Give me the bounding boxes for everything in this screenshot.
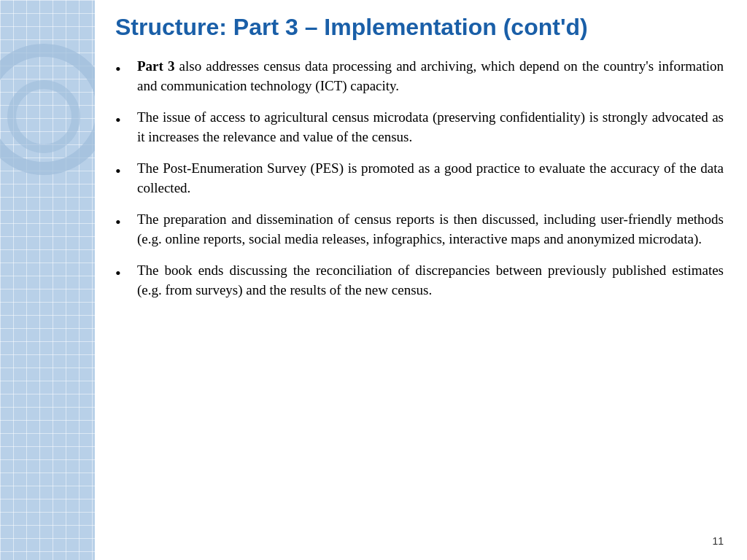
bullet-dot: •: [115, 58, 131, 80]
main-content: Structure: Part 3 – Implementation (cont…: [95, 0, 747, 560]
page-number: 11: [115, 535, 724, 547]
bullet-dot: •: [115, 211, 131, 233]
bullet-text: The book ends discussing the reconciliat…: [137, 261, 724, 300]
bullet-dot: •: [115, 109, 131, 131]
bullet-text: The Post-Enumeration Survey (PES) is pro…: [137, 159, 724, 198]
slide-title: Structure: Part 3 – Implementation (cont…: [115, 13, 724, 41]
bullet-list: • Part 3 also addresses census data proc…: [115, 57, 724, 532]
list-item: • The preparation and dissemination of c…: [115, 210, 724, 249]
sidebar: [0, 0, 95, 560]
list-item: • The book ends discussing the reconcili…: [115, 261, 724, 300]
bullet-dot: •: [115, 160, 131, 182]
bullet-text: The preparation and dissemination of cen…: [137, 210, 724, 249]
bullet-text: The issue of access to agricultural cens…: [137, 108, 724, 147]
bullet-dot: •: [115, 262, 131, 284]
list-item: • The Post-Enumeration Survey (PES) is p…: [115, 159, 724, 198]
list-item: • Part 3 also addresses census data proc…: [115, 57, 724, 96]
list-item: • The issue of access to agricultural ce…: [115, 108, 724, 147]
bullet-text: Part 3 also addresses census data proces…: [137, 57, 724, 96]
sidebar-circle-inner: [7, 80, 80, 153]
